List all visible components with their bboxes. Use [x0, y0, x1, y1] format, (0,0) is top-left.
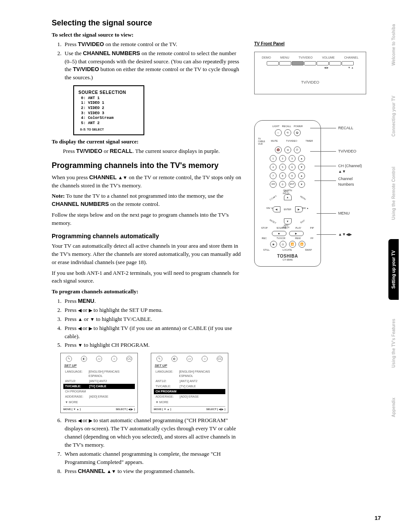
setup-menu-1: ✎ ◐ ♪♪ ☼ CC SET UP LANGUAGE:[ENGLISH] FR… — [60, 353, 138, 413]
heading-program-channels: Programming channels into the TV's memor… — [52, 160, 241, 171]
fp-callout-label: TV/VIDEO — [257, 80, 363, 85]
setup-menu-screenshots: ✎ ◐ ♪♪ ☼ CC SET UP LANGUAGE:[ENGLISH] FR… — [60, 353, 241, 413]
steps-auto-program: Press MENU. Press ◀ or ▶ to highlight th… — [63, 297, 241, 349]
auto-step-8: Press CHANNEL ▲▼ to view the programmed … — [63, 467, 241, 476]
dpad-right-icon: ▶ — [295, 206, 303, 212]
fp-button-icon — [342, 61, 354, 65]
osd-row: 0: ANT 1 — [81, 96, 139, 101]
page-number: 17 — [375, 514, 381, 523]
num-button: 0 — [279, 181, 286, 188]
steps-auto-program-cont: Press ◀ or ▶ to start automatic channel … — [63, 417, 241, 475]
auto-step-1: Press MENU. — [63, 297, 241, 305]
menu-title: SET UP — [64, 363, 135, 368]
osd-row: 5: ANT 2 — [81, 121, 139, 126]
callout-numbers: Channel Numbers — [338, 176, 354, 187]
main-column: Selecting the signal source To select th… — [52, 17, 241, 475]
menu-icon-row: ✎ ◐ ♪♪ ☼ CC — [154, 356, 225, 362]
dpad-down-icon: ▼ — [284, 218, 292, 224]
callout-menu: MENU — [338, 211, 350, 216]
dpad-enter: ENTER — [281, 206, 294, 212]
osd-source-selection: SOURCE SELECTION 0: ANT 1 1: VIDEO 1 2: … — [73, 85, 144, 135]
play-icon: ▶ — [289, 231, 304, 236]
menu-row: ANT1/2:[ANT1] ANT2 — [63, 379, 135, 384]
tab-remote[interactable]: Using the Remote Control — [389, 156, 399, 231]
setup-menu-2: ✎ ◐ ♪♪ ☼ CC SET UP LANGUAGE:[ENGLISH] FR… — [151, 353, 228, 413]
menu-row: ADD/ERASE:[ADD] ERASE — [63, 394, 135, 399]
timer-icon: ⏱ — [294, 146, 301, 153]
menu-row: ▼ MORE — [63, 400, 135, 405]
rew-icon: ⏪ — [289, 241, 296, 248]
menu-icon: ◐ — [171, 356, 177, 362]
step-1: Press TV/VIDEO on the remote control or … — [63, 40, 241, 49]
menu-row: LANGUAGE:[ENGLISH] FRANCAIS ESPANOL — [154, 369, 225, 379]
fp-button-icon — [292, 61, 304, 65]
fp-button-icon — [267, 61, 279, 65]
callout-channel: CH (Channel) ▲▼ — [338, 163, 366, 174]
fp-label: MENU — [280, 56, 290, 60]
fp-button-icon — [304, 61, 316, 65]
fp-button-icon — [329, 61, 341, 65]
adv-label: ADV/ PIP CH — [283, 191, 290, 195]
stop-icon: ■ — [272, 231, 286, 236]
osd-footer: 0–5: TO SELECT — [80, 128, 139, 132]
callout-tvvideo: TV/VIDEO — [338, 149, 356, 154]
lead-display-source: To display the current signal source: — [52, 138, 241, 146]
tab-connecting[interactable]: Connecting your TV — [389, 84, 399, 148]
auto-step-6: Press ◀ or ▶ to start automatic channel … — [63, 417, 241, 449]
num-button: 4 — [270, 164, 277, 171]
num-button: 5 — [279, 164, 286, 171]
vol-down-icon: ▼ — [298, 181, 305, 188]
number-pad: 1 2 3 ▲ 4 5 6 ▼ 7 8 9 ▲ 100 0 ENT ▼ — [258, 155, 317, 188]
menu-row: LANGUAGE:[ENGLISH] FRANCAIS ESPANOL — [63, 369, 135, 379]
auto-step-2: Press ◀ or ▶ to highlight the SET UP men… — [63, 306, 241, 314]
auto-step-5: Press ▼ to highlight CH PROGRAM. — [63, 341, 241, 349]
num-button: 9 — [289, 172, 296, 179]
vol-up-icon: ▲ — [298, 172, 305, 179]
program-intro: When you press CHANNEL ▲▼ on the TV or r… — [52, 174, 241, 190]
dpad-left-icon: ◀ — [273, 206, 280, 212]
osd-row: 1: VIDEO 1 — [81, 101, 139, 106]
osd-row: 3: VIDEO 3 — [81, 111, 139, 116]
fav-up-label: FAV ▲ — [302, 207, 308, 209]
tab-welcome[interactable]: Welcome to Toshiba — [389, 13, 399, 77]
heading-signal-source: Selecting the signal source — [52, 17, 241, 28]
tvvideo-icon: ⧉ — [284, 146, 291, 153]
mode-switch: TVCABLEVCR — [258, 137, 265, 145]
fp-label: TV/VIDEO — [299, 56, 313, 60]
auto-step-4: Press ◀ or ▶ to highlight TV (if you use… — [63, 324, 241, 341]
menu-title: SET UP — [155, 363, 225, 368]
dpad: ▲ ▼ ◀ ▶ ENTER FAV ▼ FAV ▲ C.CAPT MENU RE… — [268, 194, 307, 224]
menu-footer: MOVE [ ▼ ▲ ]SELECT [ ◀ ▶ ] — [154, 406, 225, 411]
front-panel-diagram: DEMO MENU TV/VIDEO VOLUME CHANNEL ◀ ▶▼ ▲… — [254, 52, 366, 95]
heading-auto-program: Programming channels automatically — [52, 232, 241, 240]
menu-icon: CC — [217, 356, 223, 362]
tab-features[interactable]: Using the TV's Features — [389, 308, 399, 379]
rec-icon: ◉ — [270, 241, 277, 248]
menu-icon: ♪♪ — [187, 356, 193, 362]
auto-para-1: Your TV can automatically detect all act… — [52, 242, 241, 267]
tab-appendix[interactable]: Appendix — [389, 386, 399, 429]
menu-row-highlight: TV/CABLE:[TV] CABLE — [63, 384, 135, 389]
tab-setting-up[interactable]: Setting up your TV — [389, 239, 399, 300]
right-column: TV Front Panel DEMO MENU TV/VIDEO VOLUME… — [254, 41, 366, 267]
osd-row: 2: VIDEO 2 — [81, 106, 139, 111]
menu-icon: ◐ — [81, 356, 87, 362]
auto-para-2: If you use both ANT-1 and ANT-2 terminal… — [52, 269, 241, 286]
exit-label: EXIT — [300, 220, 305, 224]
steps-select-source: Press TV/VIDEO on the remote control or … — [63, 40, 241, 82]
menu-row: ▼ MORE — [154, 400, 225, 405]
display-source-text: Press TV/VIDEO or RECALL. The current so… — [63, 147, 241, 156]
menu-icon: ☼ — [202, 356, 208, 362]
num-button: 3 — [289, 155, 296, 162]
brand-label: TOSHIBA — [258, 254, 317, 258]
fav-down-label: FAV ▼ — [267, 207, 273, 209]
menu-row-highlight: CH PROGRAM — [154, 389, 225, 394]
osd-row: 4: ColorStream — [81, 116, 139, 121]
menu-row: CH PROGRAM — [63, 389, 135, 394]
auto-step-3: Press ▲ or ▼ to highlight TV/CABLE. — [63, 315, 241, 324]
lead-select-source: To select the signal source to view: — [52, 31, 241, 39]
num-button: ENT — [289, 181, 296, 188]
reset-label: RESET — [269, 219, 276, 225]
num-button: 8 — [279, 172, 286, 179]
ff-icon: ⏩ — [299, 241, 305, 248]
